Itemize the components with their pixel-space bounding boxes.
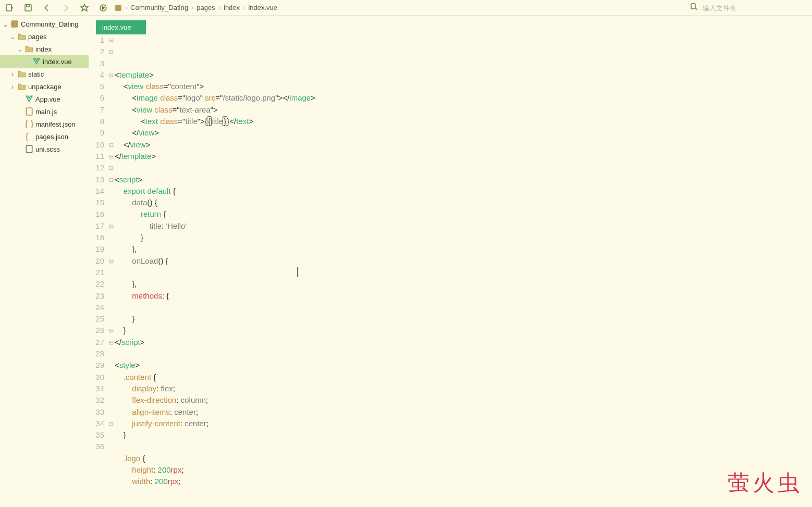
fold-gutter: ⊟⊟⊟⊟⊟⊟⊟⊟⊟⊟⊟⊟ [107, 34, 115, 507]
tree-project[interactable]: ⌄ Community_Dating [0, 18, 89, 30]
breadcrumb-separator-icon: › [218, 4, 220, 11]
svg-rect-8 [26, 145, 32, 153]
file-search-input[interactable] [703, 4, 807, 12]
svg-rect-7 [26, 108, 32, 115]
svg-rect-0 [6, 5, 11, 11]
code-content[interactable]: <template> <view class="content"> <image… [115, 34, 812, 507]
tree-folder-unpackage[interactable]: › unpackage [0, 80, 89, 93]
tree-label: Community_Dating [21, 20, 79, 28]
vue-file-icon [32, 57, 41, 66]
tree-label: unpackage [28, 83, 61, 91]
project-icon [10, 20, 19, 28]
search-icon [690, 3, 698, 13]
tree-label: App.vue [35, 95, 60, 103]
toolbar: › Community_Dating › pages › index › ind… [0, 0, 812, 16]
breadcrumb-separator-icon: › [125, 4, 127, 11]
tree-label: main.js [35, 108, 57, 116]
breadcrumb-separator-icon: › [243, 4, 245, 11]
file-search [690, 0, 807, 16]
file-explorer: ⌄ Community_Dating ⌄ pages ⌄ index index… [0, 16, 89, 507]
run-button[interactable] [94, 0, 113, 16]
folder-icon [18, 70, 26, 78]
open-file-button[interactable] [0, 0, 19, 16]
tree-file-manifest-json[interactable]: manifest.json [0, 118, 89, 130]
nav-forward-button[interactable] [56, 0, 75, 16]
scss-file-icon [25, 145, 33, 153]
tree-file-uni-scss[interactable]: uni.scss [0, 143, 89, 155]
folder-icon [25, 45, 33, 53]
breadcrumb: › Community_Dating › pages › index › ind… [115, 4, 277, 11]
text-cursor [297, 267, 298, 277]
breadcrumb-item[interactable]: index [224, 4, 240, 11]
svg-rect-4 [115, 5, 121, 11]
tree-label: static [28, 70, 44, 78]
editor-tabs: index.vue [89, 16, 812, 34]
tree-label: index [35, 45, 52, 53]
chevron-right-icon: › [9, 70, 16, 78]
breadcrumb-item: index.vue [248, 4, 277, 11]
tree-label: pages [28, 33, 46, 41]
tree-label: uni.scss [35, 145, 60, 153]
json-file-icon [25, 120, 33, 128]
folder-icon [18, 32, 26, 41]
chevron-down-icon: ⌄ [9, 33, 16, 41]
svg-rect-5 [691, 4, 695, 9]
breadcrumb-item[interactable]: Community_Dating [130, 4, 188, 11]
js-file-icon [25, 107, 33, 116]
svg-rect-6 [11, 20, 18, 28]
tab-index-vue[interactable]: index.vue [96, 20, 146, 34]
svg-rect-2 [27, 5, 30, 7]
tree-label: index.vue [43, 58, 72, 66]
tree-file-main-js[interactable]: main.js [0, 105, 89, 118]
folder-icon [18, 82, 26, 91]
project-icon [115, 4, 122, 11]
editor-area: index.vue 123456789101112131415161718192… [89, 16, 812, 507]
breadcrumb-item[interactable]: pages [196, 4, 215, 11]
tree-label: pages.json [35, 133, 68, 141]
chevron-down-icon: ⌄ [17, 45, 23, 53]
tree-folder-index[interactable]: ⌄ index [0, 43, 89, 55]
save-button[interactable] [19, 0, 38, 16]
tree-folder-static[interactable]: › static [0, 68, 89, 80]
line-number-gutter: 1234567891011121314151617181920212223242… [89, 34, 107, 507]
nav-back-button[interactable] [38, 0, 56, 16]
tree-label: manifest.json [35, 120, 76, 128]
svg-rect-1 [25, 5, 31, 11]
chevron-right-icon: › [9, 83, 16, 91]
chevron-down-icon: ⌄ [2, 20, 8, 28]
tree-file-index-vue[interactable]: index.vue [0, 55, 89, 68]
tree-folder-pages[interactable]: ⌄ pages [0, 30, 89, 43]
tree-file-pages-json[interactable]: pages.json [0, 130, 89, 143]
favorite-button[interactable] [75, 0, 94, 16]
code-editor[interactable]: 1234567891011121314151617181920212223242… [89, 34, 812, 507]
tree-file-app-vue[interactable]: App.vue [0, 93, 89, 105]
breadcrumb-separator-icon: › [191, 4, 193, 11]
json-file-icon [25, 132, 33, 141]
vue-file-icon [25, 95, 33, 103]
